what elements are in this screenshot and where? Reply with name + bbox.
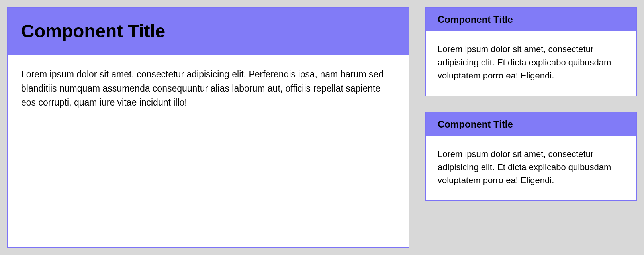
main-card-title: Component Title: [21, 20, 165, 42]
main-card-header: Component Title: [8, 8, 409, 55]
side-card-2-text: Lorem ipsum dolor sit amet, consectetur …: [438, 147, 624, 187]
main-column: Component Title Lorem ipsum dolor sit am…: [7, 7, 409, 248]
main-card: Component Title Lorem ipsum dolor sit am…: [7, 7, 409, 248]
side-column: Component Title Lorem ipsum dolor sit am…: [425, 7, 637, 248]
side-card-2-body: Lorem ipsum dolor sit amet, consectetur …: [426, 136, 636, 200]
side-card-2: Component Title Lorem ipsum dolor sit am…: [425, 112, 637, 201]
main-card-text: Lorem ipsum dolor sit amet, consectetur …: [21, 67, 395, 110]
main-card-body: Lorem ipsum dolor sit amet, consectetur …: [8, 55, 409, 247]
side-card-1: Component Title Lorem ipsum dolor sit am…: [425, 7, 637, 96]
side-card-1-title: Component Title: [438, 14, 513, 25]
side-card-1-text: Lorem ipsum dolor sit amet, consectetur …: [438, 43, 624, 82]
layout: Component Title Lorem ipsum dolor sit am…: [7, 7, 637, 248]
side-card-2-header: Component Title: [426, 112, 636, 136]
side-card-1-header: Component Title: [426, 8, 636, 31]
side-card-2-title: Component Title: [438, 119, 513, 130]
side-card-1-body: Lorem ipsum dolor sit amet, consectetur …: [426, 31, 636, 96]
